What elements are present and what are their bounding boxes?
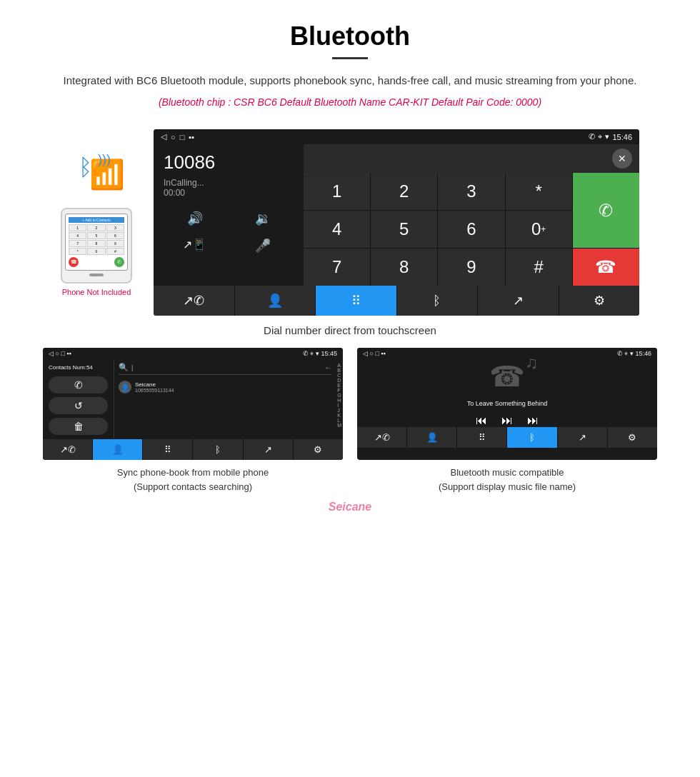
contacts-left-panel: Contacts Num:54 ✆ ↺ 🗑 bbox=[43, 360, 114, 439]
music-nav-call[interactable]: ↗✆ bbox=[357, 427, 406, 448]
mic-btn[interactable]: 🎤 bbox=[231, 235, 294, 256]
music-body: ☎ ♫ To Leave Something Behind ⏮ ⏭ ⏭ bbox=[357, 360, 657, 427]
alpha-j[interactable]: J bbox=[337, 408, 341, 413]
key-2[interactable]: 2 bbox=[371, 173, 437, 210]
nav-settings[interactable]: ⚙ bbox=[559, 286, 640, 316]
key-8[interactable]: 8 bbox=[371, 249, 437, 286]
time-display: 15:46 bbox=[612, 133, 632, 141]
alpha-h[interactable]: H bbox=[337, 398, 341, 403]
alpha-f[interactable]: F bbox=[337, 388, 341, 393]
dial-bottom-nav: ↗✆ 👤 ⠿ ᛒ ↗ ⚙ bbox=[154, 286, 639, 316]
alpha-k[interactable]: K bbox=[337, 413, 341, 418]
location-icon: ⌖ bbox=[598, 132, 602, 141]
contacts-nav-keypad[interactable]: ⠿ bbox=[143, 439, 192, 460]
music-status-left: ◁ ○ □ ▪▪ bbox=[363, 350, 386, 358]
alpha-a[interactable]: A bbox=[337, 363, 341, 368]
contacts-action-buttons: ✆ ↺ 🗑 bbox=[49, 376, 108, 435]
call-action-btn[interactable]: ✆ bbox=[49, 376, 108, 393]
alpha-d[interactable]: D bbox=[337, 378, 341, 383]
contacts-count: Contacts Num:54 bbox=[49, 364, 108, 371]
nav-phone-book[interactable]: ↗ bbox=[478, 286, 559, 316]
key-1: 1 bbox=[69, 224, 86, 231]
phone-small-image: + Add to Contacts 1 2 3 4 5 6 7 8 9 * 0 … bbox=[61, 208, 132, 284]
contacts-status-left: ◁ ○ □ ▪▪ bbox=[49, 350, 71, 358]
vol-up-btn[interactable]: 🔊 bbox=[164, 208, 226, 229]
alpha-g[interactable]: G bbox=[337, 393, 341, 398]
home-icon: ○ bbox=[171, 133, 176, 141]
alpha-m[interactable]: M bbox=[337, 423, 341, 428]
alpha-b[interactable]: B bbox=[337, 368, 341, 373]
search-cursor: | bbox=[131, 364, 133, 371]
header-description: Integrated with BC6 Bluetooth module, su… bbox=[43, 72, 657, 89]
alpha-e[interactable]: E bbox=[337, 383, 341, 388]
key-5[interactable]: 5 bbox=[371, 211, 437, 248]
contacts-status-bar: ◁ ○ □ ▪▪ ✆ ⌖ ▾ 15:45 bbox=[43, 348, 343, 360]
backspace-btn[interactable]: ✕ bbox=[612, 149, 632, 169]
green-call-btn[interactable]: ✆ bbox=[573, 173, 639, 248]
delete-action-btn[interactable]: 🗑 bbox=[49, 418, 108, 435]
contacts-nav-settings[interactable]: ⚙ bbox=[294, 439, 343, 460]
transfer-btn[interactable]: ↗📱 bbox=[164, 235, 226, 256]
play-next-btn[interactable]: ⏭ bbox=[501, 414, 513, 427]
key-7[interactable]: 7 bbox=[304, 249, 370, 286]
notif-icons: ▪▪ bbox=[189, 133, 194, 141]
keypad-grid: 1 2 3 * ✆ 4 5 6 0+ 7 8 9 # ☎ bbox=[304, 173, 639, 286]
sync-action-btn[interactable]: ↺ bbox=[49, 397, 108, 414]
contact-info: Seicane 10655059113144 bbox=[135, 381, 174, 393]
key-hash[interactable]: # bbox=[506, 249, 572, 286]
recents-icon: □ bbox=[180, 133, 185, 141]
music-screen-wrap: ◁ ○ □ ▪▪ ✆ ⌖ ▾ 15:46 ☎ ♫ To Leave Someth… bbox=[357, 348, 657, 493]
contact-list-item[interactable]: 👤 Seicane 10655059113144 bbox=[119, 378, 331, 396]
music-note-icon: ♫ bbox=[525, 353, 538, 373]
contacts-nav-bt[interactable]: ᛒ bbox=[193, 439, 242, 460]
contacts-caption-line2: (Support contacts searching) bbox=[134, 481, 252, 492]
music-nav-contacts[interactable]: 👤 bbox=[407, 427, 456, 448]
key-0plus[interactable]: 0+ bbox=[506, 211, 572, 248]
key-star[interactable]: * bbox=[506, 173, 572, 210]
back-icon: ◁ bbox=[161, 132, 166, 141]
bottom-screens: ◁ ○ □ ▪▪ ✆ ⌖ ▾ 15:45 Contacts Num:54 ✆ ↺… bbox=[0, 348, 700, 493]
music-android-screen: ◁ ○ □ ▪▪ ✆ ⌖ ▾ 15:46 ☎ ♫ To Leave Someth… bbox=[357, 348, 657, 460]
music-caption: Bluetooth music compatible (Support disp… bbox=[357, 466, 657, 493]
dial-right-panel: ✕ 1 2 3 * ✆ 4 5 6 0+ 7 8 9 bbox=[304, 144, 639, 286]
bluetooth-icon-area: 📶 ᛒ ))) bbox=[68, 151, 125, 201]
music-nav-bt[interactable]: ᛒ bbox=[507, 427, 556, 448]
contacts-nav-call[interactable]: ↗✆ bbox=[43, 439, 92, 460]
contacts-nav-transfer[interactable]: ↗ bbox=[244, 439, 293, 460]
signal-waves: ))) bbox=[98, 152, 111, 168]
main-screen-container: 📶 ᛒ ))) + Add to Contacts 1 2 3 4 5 6 7 … bbox=[0, 129, 700, 316]
dial-timer: 00:00 bbox=[164, 188, 294, 198]
nav-keypad[interactable]: ⠿ bbox=[316, 286, 396, 316]
seicane-watermark: Seicane bbox=[0, 501, 700, 513]
key-6[interactable]: 6 bbox=[438, 211, 504, 248]
prev-btn[interactable]: ⏮ bbox=[476, 414, 487, 427]
music-nav-keypad[interactable]: ⠿ bbox=[457, 427, 506, 448]
key-8: 8 bbox=[87, 240, 105, 247]
key-3[interactable]: 3 bbox=[438, 173, 504, 210]
dial-number: 10086 bbox=[164, 151, 294, 174]
key-1[interactable]: 1 bbox=[304, 173, 370, 210]
alpha-c[interactable]: C bbox=[337, 373, 341, 378]
contact-name: Seicane bbox=[135, 381, 174, 388]
music-nav-settings[interactable]: ⚙ bbox=[608, 427, 657, 448]
dial-status-bar: ◁ ○ □ ▪▪ ✆ ⌖ ▾ 15:46 bbox=[154, 129, 639, 144]
music-bottom-nav: ↗✆ 👤 ⠿ ᛒ ↗ ⚙ bbox=[357, 427, 657, 448]
contacts-nav-contacts[interactable]: 👤 bbox=[93, 439, 142, 460]
key-hash: # bbox=[106, 248, 124, 255]
page-title: Bluetooth bbox=[43, 21, 657, 51]
next-btn[interactable]: ⏭ bbox=[527, 414, 539, 427]
alpha-i[interactable]: I bbox=[337, 403, 341, 408]
music-nav-transfer[interactable]: ↗ bbox=[558, 427, 607, 448]
key-9[interactable]: 9 bbox=[438, 249, 504, 286]
contacts-right-panel: 🔍 | ← 👤 Seicane 10655059113144 bbox=[114, 360, 336, 439]
vol-down-btn[interactable]: 🔉 bbox=[231, 208, 294, 229]
alpha-l[interactable]: L bbox=[337, 418, 341, 423]
key-4[interactable]: 4 bbox=[304, 211, 370, 248]
dial-main-area: 10086 InCalling... 00:00 🔊 🔉 ↗📱 🎤 ✕ 1 bbox=[154, 144, 639, 286]
nav-contacts[interactable]: 👤 bbox=[235, 286, 316, 316]
nav-call-transfer[interactable]: ↗✆ bbox=[154, 286, 234, 316]
contacts-android-screen: ◁ ○ □ ▪▪ ✆ ⌖ ▾ 15:45 Contacts Num:54 ✆ ↺… bbox=[43, 348, 343, 460]
red-end-btn[interactable]: ☎ bbox=[573, 249, 639, 286]
nav-bluetooth[interactable]: ᛒ bbox=[397, 286, 478, 316]
search-backspace[interactable]: ← bbox=[324, 364, 331, 371]
